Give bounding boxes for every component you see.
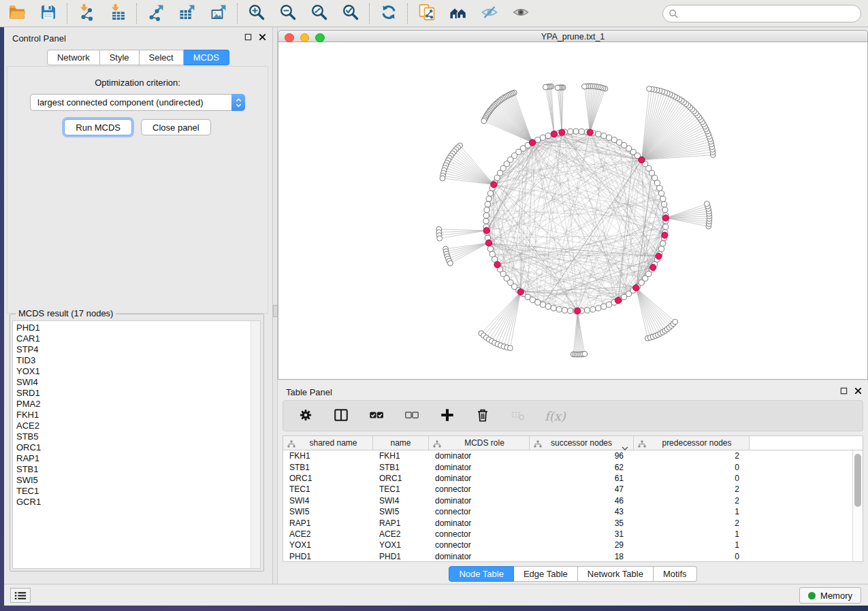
result-list-item[interactable]: STB1: [16, 464, 251, 475]
result-list-item[interactable]: CAR1: [16, 333, 251, 344]
cell-shared-name[interactable]: ACE2: [283, 529, 373, 539]
cell-predecessor-nodes[interactable]: 1: [634, 529, 750, 539]
tab-select[interactable]: Select: [140, 50, 184, 65]
cell-shared-name[interactable]: PHD1: [283, 552, 373, 561]
table-row[interactable]: ORC1ORC1dominator610: [283, 473, 863, 484]
cell-name[interactable]: SWI5: [373, 507, 429, 516]
cell-successor-nodes[interactable]: 61: [530, 474, 634, 483]
export-network-button[interactable]: [144, 3, 167, 24]
cell-predecessor-nodes[interactable]: 1: [634, 507, 750, 516]
cell-successor-nodes[interactable]: 62: [530, 463, 634, 472]
cell-predecessor-nodes[interactable]: 0: [634, 552, 750, 561]
cell-predecessor-nodes[interactable]: 2: [634, 496, 750, 506]
splitter-handle[interactable]: [273, 305, 278, 317]
panel-splitter[interactable]: [272, 27, 278, 584]
tab-motifs[interactable]: Motifs: [654, 566, 697, 582]
table-row[interactable]: TEC1TEC1connector472: [283, 484, 863, 495]
show-all-button[interactable]: [509, 3, 532, 24]
cell-shared-name[interactable]: STB1: [283, 463, 373, 472]
run-mcds-button[interactable]: Run MCDS: [64, 119, 132, 135]
table-row[interactable]: ACE2ACE2connector311: [283, 529, 863, 540]
mcds-result-list[interactable]: PHD1CAR1STP4TID3YOX1SWI4SRD1PMA2FKH1ACE2…: [12, 320, 261, 569]
result-list-item[interactable]: SWI5: [16, 475, 251, 486]
memory-button[interactable]: Memory: [799, 587, 861, 604]
result-list-item[interactable]: GCR1: [16, 497, 251, 508]
result-list-item[interactable]: TEC1: [16, 486, 251, 497]
cell-mcds-role[interactable]: dominator: [429, 518, 530, 528]
refresh-button[interactable]: [377, 3, 400, 24]
tab-style[interactable]: Style: [100, 50, 140, 65]
cell-mcds-role[interactable]: dominator: [429, 451, 530, 461]
cell-name[interactable]: SWI4: [373, 496, 429, 506]
result-list-item[interactable]: STP4: [16, 344, 251, 355]
result-list-item[interactable]: SWI4: [16, 377, 251, 388]
result-list-item[interactable]: ORC1: [16, 442, 251, 453]
hide-selected-button[interactable]: [478, 3, 501, 24]
tab-network[interactable]: Network: [47, 50, 100, 65]
duplicate-network-button[interactable]: [415, 3, 438, 24]
table-row[interactable]: STB1STB1dominator620: [283, 461, 863, 472]
cell-name[interactable]: YOX1: [373, 540, 429, 550]
cell-name[interactable]: ACE2: [373, 529, 429, 539]
result-list-item[interactable]: STB5: [16, 431, 251, 442]
cell-name[interactable]: TEC1: [373, 484, 429, 494]
tab-node-table[interactable]: Node Table: [449, 566, 514, 582]
scrollbar-thumb[interactable]: [854, 454, 861, 507]
cell-mcds-role[interactable]: dominator: [429, 474, 530, 483]
result-list-item[interactable]: PMA2: [16, 399, 251, 410]
cell-mcds-role[interactable]: dominator: [429, 552, 530, 561]
tab-network-table[interactable]: Network Table: [578, 566, 654, 582]
criterion-dropdown[interactable]: largest connected component (undirected): [30, 94, 245, 111]
cell-shared-name[interactable]: RAP1: [283, 518, 373, 528]
float-table-panel-button[interactable]: [839, 386, 848, 395]
search-input[interactable]: [679, 6, 861, 21]
save-button[interactable]: [37, 3, 60, 24]
cell-mcds-role[interactable]: connector: [429, 484, 530, 494]
cell-successor-nodes[interactable]: 46: [530, 496, 634, 506]
deselect-all-button[interactable]: [403, 407, 421, 425]
first-neighbors-button[interactable]: [447, 3, 470, 24]
cell-mcds-role[interactable]: dominator: [429, 463, 530, 472]
search-box[interactable]: [662, 5, 861, 22]
cell-shared-name[interactable]: SWI5: [283, 507, 373, 516]
column-header-shared-name[interactable]: shared name: [283, 436, 373, 450]
cell-mcds-role[interactable]: dominator: [429, 496, 530, 506]
cell-predecessor-nodes[interactable]: 2: [634, 484, 750, 494]
export-table-button[interactable]: [176, 3, 199, 24]
cell-name[interactable]: ORC1: [373, 474, 429, 483]
cell-name[interactable]: RAP1: [373, 518, 429, 528]
open-button[interactable]: [5, 3, 29, 24]
cell-successor-nodes[interactable]: 31: [530, 529, 634, 539]
task-history-button[interactable]: [10, 588, 31, 603]
cell-successor-nodes[interactable]: 43: [530, 507, 634, 516]
cell-shared-name[interactable]: TEC1: [283, 484, 373, 494]
table-row[interactable]: PHD1PHD1dominator180: [283, 551, 863, 562]
cell-successor-nodes[interactable]: 35: [530, 518, 634, 528]
tab-edge-table[interactable]: Edge Table: [514, 566, 578, 582]
result-list-item[interactable]: ACE2: [16, 420, 251, 431]
table-row[interactable]: SWI5SWI5connector431: [283, 506, 863, 517]
network-canvas[interactable]: [278, 42, 868, 380]
zoom-selected-button[interactable]: [339, 3, 362, 24]
cell-predecessor-nodes[interactable]: 2: [634, 451, 750, 461]
cell-predecessor-nodes[interactable]: 0: [634, 463, 750, 472]
cell-shared-name[interactable]: YOX1: [283, 540, 373, 550]
float-panel-button[interactable]: [244, 33, 253, 42]
gear-button[interactable]: [297, 407, 315, 425]
add-column-button[interactable]: [438, 407, 456, 425]
result-list-item[interactable]: YOX1: [16, 366, 251, 377]
table-row[interactable]: FKH1FKH1dominator962: [283, 450, 863, 461]
table-row[interactable]: RAP1RAP1dominator352: [283, 517, 863, 528]
zoom-out-button[interactable]: [276, 3, 300, 24]
zoom-in-button[interactable]: [245, 3, 268, 24]
close-panel-button[interactable]: [258, 33, 267, 42]
result-list-item[interactable]: FKH1: [16, 410, 251, 420]
close-mcds-panel-button[interactable]: Close panel: [141, 119, 211, 135]
window-close-button[interactable]: [285, 33, 294, 43]
column-header-successor-nodes[interactable]: successor nodes: [530, 436, 634, 450]
export-image-button[interactable]: [207, 3, 230, 24]
result-list-item[interactable]: SRD1: [16, 388, 251, 399]
cell-name[interactable]: PHD1: [373, 552, 429, 561]
result-list-scrollbar[interactable]: [251, 321, 260, 568]
tab-mcds[interactable]: MCDS: [184, 50, 229, 65]
